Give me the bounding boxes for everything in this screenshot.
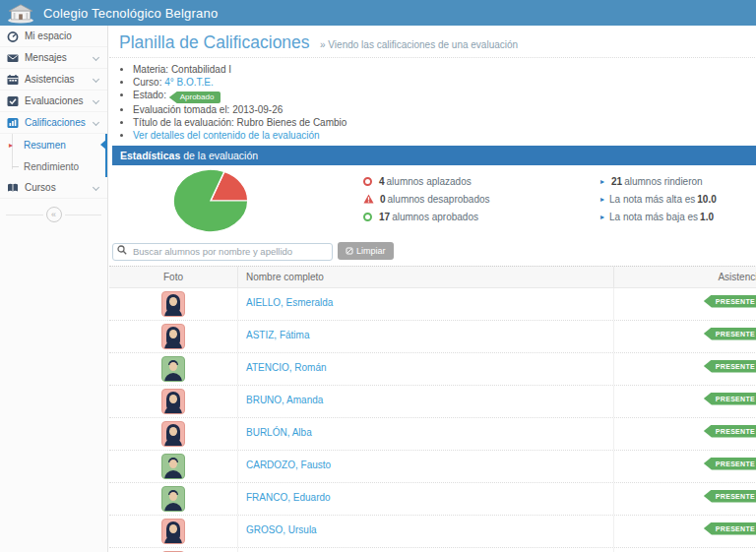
statistics-panel: Estadísticas de la evaluación 4 alumnos … [112, 146, 756, 236]
chevron-down-icon [93, 119, 99, 126]
student-avatar [161, 421, 185, 447]
caret-right-icon: ▸ [600, 195, 604, 204]
student-name-link[interactable]: ASTIZ, Fátima [246, 330, 309, 340]
attendance-badge: PRESENTE [704, 360, 756, 373]
sidebar-item-label: Mensajes [25, 52, 67, 63]
student-name-link[interactable]: FRANCO, Eduardo [246, 492, 331, 503]
search-input[interactable] [112, 243, 333, 261]
table-row: HERNÁNDEZ, Débora PRESENTE [109, 548, 756, 552]
column-header-foto: Foto [109, 267, 237, 287]
minus-circle-icon [363, 177, 372, 186]
table-row: ATENCIO, Román PRESENTE [109, 353, 756, 386]
plus-circle-icon [363, 213, 372, 221]
stats-right-column: ▸ 21 alumnos rindieron ▸ La nota más alt… [600, 172, 719, 225]
divider [65, 215, 102, 215]
stat-aplazados: 4 alumnos aplazados [363, 172, 490, 190]
attendance-badge: PRESENTE [704, 458, 756, 470]
student-avatar [161, 486, 185, 512]
chevron-down-icon [93, 76, 99, 83]
page-header: Planilla de Calificaciones » Viendo las … [109, 26, 756, 58]
table-row: BURLÓN, Alba PRESENTE [109, 418, 756, 451]
sidebar-item-mi-espacio[interactable]: Mi espacio [0, 26, 107, 47]
student-name-link[interactable]: ATENCIO, Román [246, 362, 327, 373]
grades-chart-icon [7, 117, 19, 129]
column-header-asistencia: Asistencia [613, 267, 756, 287]
student-avatar [161, 519, 185, 544]
book-icon [7, 182, 19, 194]
estado-badge: Aprobado [169, 92, 221, 103]
sidebar-item-label: Evaluaciones [25, 95, 83, 106]
student-name-link[interactable]: AIELLO, Esmeralda [246, 297, 333, 308]
stat-aprobados: 17 alumnos aprobados [363, 208, 490, 225]
sidebar-item-mensajes[interactable]: Mensajes [0, 47, 107, 69]
student-name-link[interactable]: CARDOZO, Fausto [246, 460, 331, 470]
statistics-panel-body: 4 alumnos aplazados 0 alumnos desaprobad… [112, 165, 756, 236]
curso-link[interactable]: 4° B.O.T.E. [164, 77, 214, 88]
table-header: Foto Nombre completo Asistencia [109, 266, 756, 288]
topbar: Colegio Tecnológico Belgrano [0, 0, 756, 26]
column-header-nombre: Nombre completo [237, 267, 613, 287]
attendance-badge: PRESENTE [704, 295, 756, 308]
school-logo-icon [6, 2, 35, 24]
sidebar-item-evaluaciones[interactable]: Evaluaciones [0, 91, 107, 112]
sidebar-item-cursos[interactable]: Cursos [0, 177, 107, 199]
table-row: AIELLO, Esmeralda PRESENTE [109, 288, 756, 321]
detail-ver-detalles: Ver detalles del contenido de la evaluac… [133, 129, 756, 142]
detail-curso: Curso: 4° B.O.T.E. [133, 76, 756, 89]
table-row: GROSO, Ursula PRESENTE [109, 516, 756, 548]
table-row: FRANCO, Eduardo PRESENTE [109, 483, 756, 516]
dashboard-icon [7, 31, 19, 42]
ver-detalles-link[interactable]: Ver detalles del contenido de la evaluac… [133, 130, 320, 141]
sidebar-collapse-row: « [0, 207, 107, 222]
chevron-down-icon [93, 184, 99, 191]
table-row: ASTIZ, Fátima PRESENTE [109, 321, 756, 353]
students-table: Foto Nombre completo Asistencia AIELLO, … [109, 266, 756, 552]
attendance-badge: PRESENTE [704, 522, 756, 535]
attendance-badge: PRESENTE [704, 328, 756, 340]
chevron-down-icon [93, 54, 99, 61]
stat-desaprobados: 0 alumnos desaprobados [363, 190, 490, 208]
attendance-badge: PRESENTE [704, 393, 756, 405]
caret-right-icon: ▸ [600, 213, 604, 221]
student-avatar [161, 389, 185, 414]
sidebar-item-label: Cursos [25, 182, 56, 193]
table-row: BRUNO, Amanda PRESENTE [109, 386, 756, 418]
student-avatar [161, 291, 185, 317]
student-name-link[interactable]: BRUNO, Amanda [246, 395, 323, 405]
search-row: Limpiar [112, 241, 756, 261]
divider [6, 215, 43, 215]
student-avatar [161, 356, 185, 382]
calificaciones-submenu: ▸ Resumen Rendimiento [0, 134, 107, 177]
sidebar-item-asistencias[interactable]: Asistencias [0, 69, 107, 91]
detail-titulo: Título de la evaluación: Rubro Bienes de… [133, 116, 756, 129]
statistics-panel-header: Estadísticas de la evaluación [112, 146, 756, 165]
sidebar-subitem-resumen[interactable]: ▸ Resumen [0, 134, 105, 155]
check-square-icon [7, 95, 19, 107]
eraser-icon [346, 247, 353, 255]
envelope-icon [7, 52, 19, 64]
sidebar-item-calificaciones[interactable]: Calificaciones [0, 112, 107, 134]
calendar-icon [7, 74, 19, 86]
page-title: Planilla de Calificaciones [119, 32, 310, 52]
attendance-badge: PRESENTE [704, 490, 756, 503]
main-content: Planilla de Calificaciones » Viendo las … [109, 26, 756, 552]
student-avatar [161, 454, 185, 479]
sidebar-item-label: Mi espacio [25, 31, 72, 41]
table-row: CARDOZO, Fausto PRESENTE [109, 451, 756, 483]
sidebar-collapse-button[interactable]: « [46, 207, 62, 222]
student-name-link[interactable]: GROSO, Ursula [246, 524, 317, 535]
tree-dash [12, 166, 19, 167]
student-name-link[interactable]: BURLÓN, Alba [246, 427, 312, 438]
clear-search-button[interactable]: Limpiar [338, 242, 394, 260]
attendance-badge: PRESENTE [704, 425, 756, 438]
results-pie-chart [171, 167, 250, 234]
sidebar-subitem-rendimiento[interactable]: Rendimiento [0, 155, 105, 177]
stat-rindieron: ▸ 21 alumnos rindieron [600, 172, 719, 190]
detail-materia: Materia: Contabilidad I [133, 63, 756, 76]
chevron-down-icon [93, 97, 99, 104]
student-avatar [161, 324, 185, 349]
detail-estado: Estado: Aprobado [133, 89, 756, 103]
warning-triangle-icon [363, 194, 374, 204]
sidebar-subitem-label: Resumen [24, 140, 66, 151]
breadcrumb: » Viendo las calificaciones de una evalu… [320, 39, 518, 50]
